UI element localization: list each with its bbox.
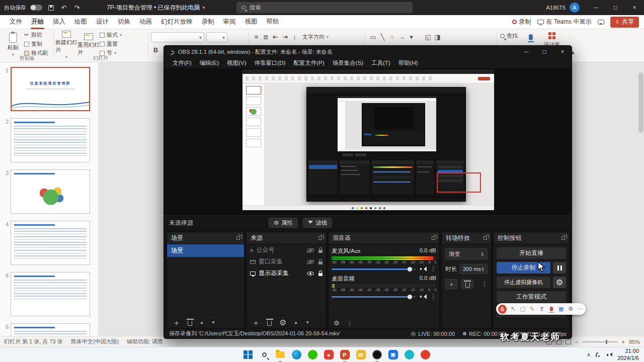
sources-panel-header[interactable]: 来源 — [247, 232, 326, 244]
comments-icon[interactable] — [598, 20, 604, 25]
undo-icon[interactable]: ↶ — [59, 3, 68, 12]
scenes-panel-header[interactable]: 场景 — [167, 232, 244, 244]
dictate-button[interactable] — [526, 32, 535, 42]
menu-view[interactable]: 视图(V) — [223, 59, 250, 67]
layout-button[interactable]: 版式▾ — [100, 31, 122, 39]
annotation-mic-icon[interactable] — [548, 306, 554, 313]
annotation-grid-icon[interactable]: ▦ — [558, 306, 565, 313]
slide-thumbnail-3[interactable] — [11, 169, 90, 214]
bold-button[interactable]: B — [151, 45, 160, 55]
slide-thumbnail-2[interactable] — [11, 118, 90, 162]
tab-file[interactable]: 文件 — [5, 15, 27, 29]
visibility-eye-icon[interactable] — [307, 272, 314, 276]
zoom-out-icon[interactable]: − — [575, 339, 578, 345]
arrange-icon[interactable]: ◱ — [423, 32, 433, 42]
tab-view[interactable]: 视图 — [240, 15, 262, 29]
obs-minimize-button[interactable]: ─ — [517, 46, 535, 58]
lock-icon[interactable] — [318, 273, 323, 276]
indent-increase-icon[interactable]: ⇥ — [280, 32, 290, 42]
taskbar-app-icon-red[interactable]: ● — [322, 348, 335, 361]
controls-panel-header[interactable]: 控制按钮 — [494, 232, 569, 244]
annotation-text-icon[interactable]: T — [538, 306, 545, 313]
move-scene-up-icon[interactable]: ▲ — [200, 320, 204, 325]
slide-thumbnail-1[interactable]: 信息系统项目管理师 — [11, 67, 90, 111]
tab-help[interactable]: 帮助 — [262, 15, 284, 29]
numbered-list-icon[interactable]: ≣ — [261, 32, 271, 42]
slide-thumbnail-5[interactable] — [11, 272, 90, 316]
taskbar-app-icon-yellow[interactable]: W — [354, 348, 367, 361]
close-button[interactable]: × — [625, 0, 644, 15]
properties-button[interactable]: ⚙属性 — [269, 218, 298, 228]
taskbar-search-button[interactable] — [258, 348, 271, 361]
tab-home[interactable]: 开始 — [27, 15, 48, 29]
search-input[interactable]: 搜索 — [236, 2, 413, 13]
transition-menu-icon[interactable]: ⋮ — [481, 281, 488, 288]
mixer-panel-header[interactable]: 混音器 — [329, 232, 439, 244]
tab-slideshow[interactable]: 幻灯片放映 — [156, 15, 197, 29]
taskbar-app-icon-blue[interactable]: ▣ — [386, 348, 399, 361]
speaker-icon[interactable] — [420, 294, 426, 299]
tray-expand-icon[interactable]: ∧ — [587, 351, 591, 358]
remove-transition-icon[interactable] — [461, 279, 473, 289]
taskbar-obs-icon[interactable] — [370, 348, 383, 361]
slideshow-view-icon[interactable] — [566, 339, 571, 344]
autosave-toggle[interactable] — [30, 5, 42, 11]
visibility-eye-icon[interactable] — [307, 260, 314, 264]
obs-titlebar[interactable]: OBS 28.1.1 (64-bit, windows) - 配置文件: 未命名… — [164, 46, 572, 58]
annotation-cursor-icon[interactable]: ↖ — [510, 306, 516, 313]
add-source-icon[interactable]: ＋ — [252, 319, 260, 326]
annotation-logo-icon[interactable]: S — [498, 305, 507, 314]
zoom-slider[interactable] — [583, 341, 618, 342]
menu-profile[interactable]: 配置文件(P) — [290, 59, 328, 67]
shapes-gallery-icon[interactable]: ▾ — [407, 32, 416, 42]
popout-icon[interactable] — [236, 236, 240, 240]
move-source-up-icon[interactable]: ▲ — [294, 320, 298, 325]
annotation-shape-icon[interactable]: ▢ — [519, 306, 526, 313]
source-row[interactable]: 窗口采集 — [247, 256, 326, 267]
rectangle-shape-icon[interactable]: ▭ — [368, 32, 378, 42]
taskbar-app-icon-red-circle[interactable] — [419, 348, 432, 361]
stop-virtual-camera-button[interactable]: 停止虚拟摄像机 — [497, 277, 550, 288]
tab-review[interactable]: 审阅 — [219, 15, 240, 29]
tab-insert[interactable]: 插入 — [48, 15, 70, 29]
lock-icon[interactable] — [318, 261, 323, 264]
tab-transitions[interactable]: 切换 — [113, 15, 135, 29]
transitions-panel-header[interactable]: 转场特效 — [442, 232, 491, 244]
tab-design[interactable]: 设计 — [92, 15, 113, 29]
slide-thumbnail-6[interactable] — [11, 323, 90, 336]
arrow-shape-icon[interactable]: → — [397, 32, 407, 42]
obs-close-button[interactable]: × — [553, 46, 572, 58]
tab-draw[interactable]: 绘图 — [70, 15, 92, 29]
start-streaming-button[interactable]: 开始直播 — [497, 247, 566, 259]
duration-input[interactable]: 300 ms ▲▼ — [460, 264, 488, 274]
mixer-menu-icon[interactable]: ⋮ — [347, 320, 353, 327]
studio-mode-button[interactable]: 工作室模式 — [497, 291, 566, 303]
share-button[interactable]: ⇧共享 — [610, 17, 639, 28]
move-scene-down-icon[interactable]: ▼ — [211, 320, 215, 325]
menu-tools[interactable]: 工具(T) — [368, 59, 394, 67]
find-button[interactable]: 查找 — [500, 32, 518, 40]
source-row[interactable]: 显示器采集 — [247, 267, 326, 279]
annotation-pen-icon[interactable]: ✎ — [529, 306, 535, 313]
copy-button[interactable]: 复制 — [24, 40, 48, 48]
save-icon[interactable] — [46, 3, 55, 12]
add-scene-icon[interactable]: ＋ — [173, 319, 180, 326]
remove-source-icon[interactable] — [267, 321, 272, 326]
popout-icon[interactable] — [484, 236, 487, 240]
annotation-more-icon[interactable]: ⋯ — [577, 306, 584, 313]
tab-animations[interactable]: 动画 — [135, 15, 156, 29]
volume-icon[interactable] — [607, 352, 612, 357]
annotation-settings-icon[interactable]: ⚙ — [568, 306, 574, 313]
accessibility-status[interactable]: 辅助功能: 调查 — [127, 338, 163, 345]
channel-menu-icon[interactable]: ⋮ — [430, 265, 436, 273]
taskbar-app-icon-teal[interactable] — [403, 348, 416, 361]
taskbar-edge-icon[interactable] — [290, 348, 303, 361]
taskbar-clock[interactable]: 21:00 2024/1/6 — [617, 348, 639, 362]
vertical-scrollbar[interactable] — [638, 72, 643, 133]
pause-recording-button[interactable] — [553, 262, 566, 274]
zoom-in-icon[interactable]: + — [622, 339, 625, 345]
taskbar-powerpoint-icon[interactable]: P — [338, 348, 351, 361]
tab-record[interactable]: 录制 — [197, 15, 219, 29]
slide-thumbnail-4[interactable] — [11, 221, 90, 265]
taskbar-file-explorer-icon[interactable] — [274, 348, 287, 361]
